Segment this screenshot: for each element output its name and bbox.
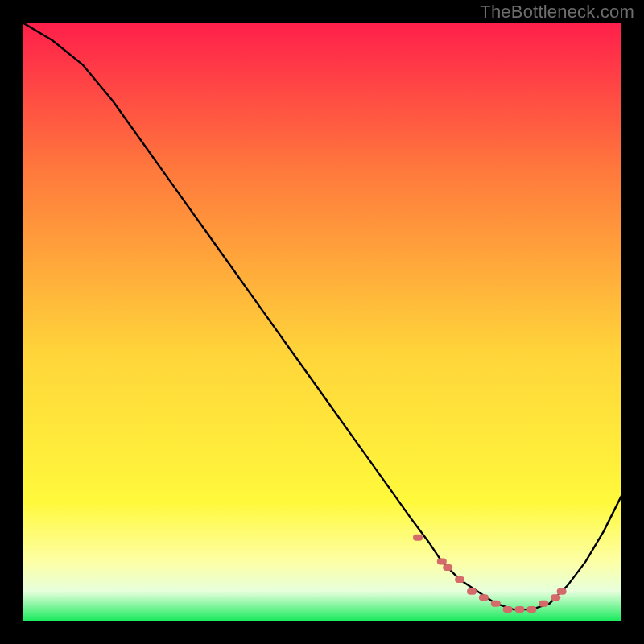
chart-background — [23, 23, 621, 621]
marker-dot — [539, 601, 548, 607]
marker-dot — [479, 594, 489, 601]
marker-dot — [557, 588, 567, 595]
marker-dot — [413, 535, 423, 541]
watermark-text: TheBottleneck.com — [480, 2, 634, 23]
marker-dot — [526, 606, 536, 613]
chart-svg — [23, 23, 621, 621]
marker-dot — [551, 594, 560, 601]
marker-dot — [455, 576, 464, 583]
marker-dot — [491, 601, 501, 607]
chart-frame: TheBottleneck.com — [0, 0, 644, 644]
marker-dot — [467, 588, 477, 595]
marker-dot — [503, 606, 513, 613]
marker-dot — [443, 564, 452, 571]
chart-plot-area — [23, 23, 621, 621]
marker-dot — [437, 559, 447, 565]
marker-dot — [515, 606, 525, 613]
